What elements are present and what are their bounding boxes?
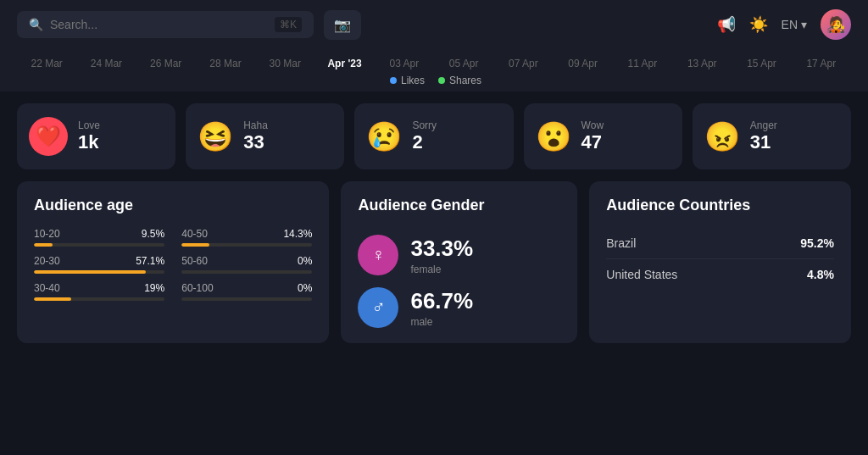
date-item[interactable]: Apr '23: [314, 58, 374, 69]
age-range: 60-100: [181, 282, 213, 294]
stats-row: Audience age 10-20 9.5% 40-50 14.3% 20-3…: [17, 181, 851, 343]
country-pct: 4.8%: [807, 268, 834, 281]
shares-legend: Shares: [438, 75, 481, 86]
search-bar[interactable]: 🔍 ⌘K: [17, 11, 314, 38]
date-row: 22 Mar24 Mar26 Mar28 Mar30 MarApr '2303 …: [17, 58, 851, 69]
date-item[interactable]: 07 Apr: [493, 58, 553, 69]
age-pct: 57.1%: [136, 255, 164, 267]
toolbar-right: 📢 ☀️ EN ▾ 🧑‍🎤: [717, 9, 851, 40]
age-header: 40-50 14.3%: [181, 228, 312, 240]
age-header: 20-30 57.1%: [34, 255, 164, 267]
country-name: United States: [606, 268, 677, 281]
toolbar: 🔍 ⌘K 📷 📢 ☀️ EN ▾ 🧑‍🎤: [0, 0, 868, 49]
date-item[interactable]: 11 Apr: [613, 58, 672, 69]
avatar[interactable]: 🧑‍🎤: [821, 9, 851, 40]
age-bar-bg: [34, 297, 164, 301]
date-item[interactable]: 15 Apr: [732, 58, 791, 69]
search-shortcut: ⌘K: [275, 17, 302, 32]
date-item[interactable]: 17 Apr: [792, 58, 851, 69]
language-selector[interactable]: EN ▾: [782, 18, 807, 31]
date-item[interactable]: 30 Mar: [255, 58, 314, 69]
age-bar-fill: [34, 297, 71, 301]
age-bar-fill: [34, 243, 53, 247]
reaction-info-sorry: Sorry 2: [412, 119, 437, 153]
camera-button[interactable]: 📷: [324, 10, 361, 40]
date-item[interactable]: 09 Apr: [554, 58, 613, 69]
country-item: Brazil 95.2%: [606, 228, 834, 259]
age-pct: 14.3%: [283, 228, 312, 240]
search-icon: 🔍: [29, 18, 43, 31]
gender-info-female: 33.3% female: [410, 236, 473, 275]
reaction-card-wow: 😮 Wow 47: [524, 103, 682, 169]
age-range: 30-40: [34, 282, 60, 294]
date-item[interactable]: 22 Mar: [17, 58, 76, 69]
likes-legend: Likes: [390, 75, 425, 86]
reaction-card-haha: 😆 Haha 33: [186, 103, 344, 169]
age-bar-bg: [34, 243, 164, 247]
reaction-value-love: 1k: [78, 131, 100, 153]
country-item: United States 4.8%: [606, 259, 834, 290]
reaction-label-sorry: Sorry: [412, 119, 437, 131]
timeline: 22 Mar24 Mar26 Mar28 Mar30 MarApr '2303 …: [0, 49, 868, 92]
reaction-label-love: Love: [78, 119, 100, 131]
date-item[interactable]: 13 Apr: [672, 58, 732, 69]
gender-pct-male: 66.7%: [410, 288, 473, 314]
reaction-info-anger: Anger 31: [750, 119, 777, 153]
date-item[interactable]: 03 Apr: [375, 58, 434, 69]
reaction-value-wow: 47: [581, 131, 604, 153]
age-range: 10-20: [34, 228, 60, 240]
shares-label: Shares: [449, 75, 481, 86]
country-name: Brazil: [606, 236, 636, 250]
language-label: EN: [782, 18, 798, 31]
age-row: 20-30 57.1%: [34, 255, 164, 274]
gender-icon-female: ♀: [358, 235, 398, 275]
country-pct: 95.2%: [800, 236, 834, 250]
reaction-label-anger: Anger: [750, 119, 777, 131]
reaction-card-sorry: 😢 Sorry 2: [354, 103, 513, 169]
reaction-info-love: Love 1k: [78, 119, 100, 153]
gender-items: ♀ 33.3% female ♂ 66.7% male: [358, 235, 560, 328]
reaction-card-love: ❤️ Love 1k: [17, 103, 175, 169]
avatar-emoji: 🧑‍🎤: [826, 15, 845, 34]
age-header: 60-100 0%: [181, 282, 312, 294]
age-header: 50-60 0%: [181, 255, 312, 267]
gender-info-male: 66.7% male: [410, 288, 473, 328]
gender-pct-female: 33.3%: [410, 236, 473, 262]
gender-icon-male: ♂: [358, 287, 398, 328]
gender-symbol-male: ♂: [371, 297, 386, 319]
date-item[interactable]: 24 Mar: [76, 58, 136, 69]
gender-item-female: ♀ 33.3% female: [358, 235, 560, 275]
chevron-down-icon: ▾: [801, 18, 807, 31]
legend-row: Likes Shares: [17, 75, 851, 86]
sun-icon[interactable]: ☀️: [749, 15, 768, 34]
gender-label-male: male: [410, 316, 473, 328]
age-range: 20-30: [34, 255, 60, 267]
age-bar-bg: [34, 270, 164, 274]
megaphone-icon[interactable]: 📢: [717, 15, 736, 34]
reaction-info-haha: Haha 33: [243, 119, 268, 153]
audience-gender-title: Audience Gender: [358, 197, 560, 214]
date-item[interactable]: 28 Mar: [196, 58, 255, 69]
age-row: 40-50 14.3%: [181, 228, 312, 247]
reaction-card-anger: 😠 Anger 31: [693, 103, 851, 169]
age-row: 60-100 0%: [181, 282, 312, 301]
age-grid: 10-20 9.5% 40-50 14.3% 20-30 57.1% 50-60…: [34, 228, 312, 301]
date-item[interactable]: 05 Apr: [434, 58, 493, 69]
reaction-emoji-sorry: 😢: [366, 122, 402, 151]
age-bar-fill: [181, 243, 209, 247]
age-pct: 0%: [298, 282, 312, 294]
audience-age-title: Audience age: [34, 197, 312, 214]
audience-age-card: Audience age 10-20 9.5% 40-50 14.3% 20-3…: [17, 181, 329, 343]
reaction-emoji-love: ❤️: [29, 117, 68, 156]
gender-item-male: ♂ 66.7% male: [358, 287, 560, 328]
age-bar-bg: [181, 243, 312, 247]
age-row: 50-60 0%: [181, 255, 312, 274]
search-input[interactable]: [50, 18, 268, 31]
gender-label-female: female: [410, 264, 473, 275]
age-bar-bg: [181, 270, 312, 274]
date-item[interactable]: 26 Mar: [136, 58, 196, 69]
age-row: 10-20 9.5%: [34, 228, 164, 247]
age-header: 30-40 19%: [34, 282, 164, 294]
reaction-value-sorry: 2: [412, 131, 437, 153]
age-bar-bg: [181, 297, 312, 301]
